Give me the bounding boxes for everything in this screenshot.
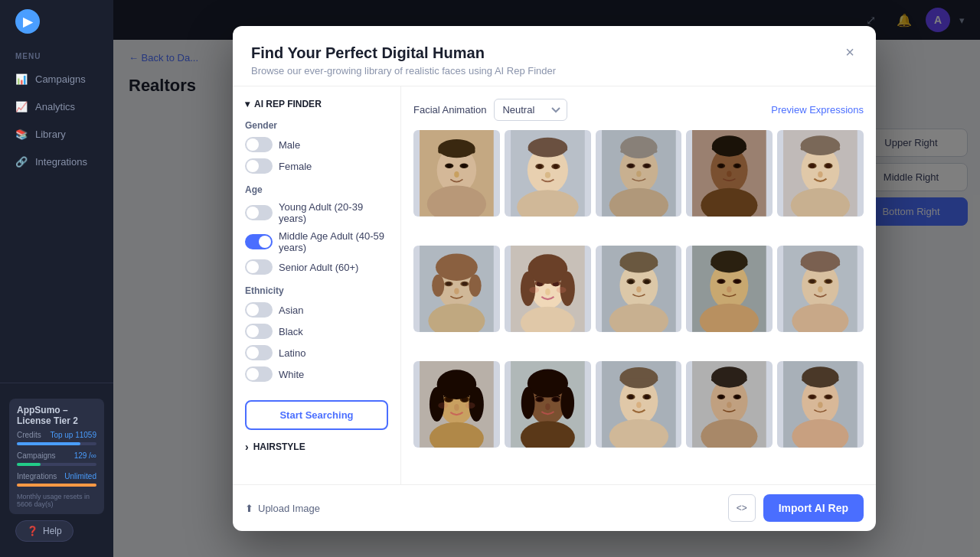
credits-row: Credits Top up 11059	[17, 431, 96, 439]
face-cell-6[interactable]	[413, 246, 500, 332]
face-cell-15[interactable]	[777, 361, 864, 448]
svg-point-146	[711, 366, 747, 387]
asian-toggle-row: Asian	[245, 302, 388, 318]
svg-rect-83	[619, 263, 658, 267]
svg-rect-93	[711, 263, 748, 266]
svg-point-155	[818, 402, 822, 408]
white-toggle[interactable]	[245, 366, 273, 382]
sidebar-item-integrations[interactable]: 🔗 Integrations	[0, 148, 113, 175]
sidebar-item-label-integrations: Integrations	[35, 156, 87, 168]
svg-point-17	[545, 172, 550, 178]
sidebar-item-campaigns[interactable]: 📊 Campaigns	[0, 65, 113, 93]
hairstyle-label: HAIRSTYLE	[253, 441, 305, 452]
svg-rect-157	[802, 379, 838, 382]
ethnicity-label: Ethnicity	[245, 285, 388, 296]
integrations-value: Unlimited	[64, 472, 96, 480]
svg-point-37	[727, 171, 732, 177]
svg-point-16	[553, 164, 557, 169]
filter-section-header[interactable]: ▾ AI REP FINDER	[245, 99, 388, 109]
image-panel: Facial Animation Neutral Happy Sad Surpr…	[401, 86, 876, 484]
svg-point-36	[735, 164, 740, 168]
svg-point-111	[454, 404, 459, 411]
preview-expressions-link[interactable]: Preview Expressions	[771, 104, 864, 116]
svg-point-145	[727, 402, 732, 408]
chevron-down-icon: ▾	[245, 99, 250, 109]
svg-point-136	[619, 367, 658, 388]
help-button[interactable]: ❓ Help	[15, 520, 74, 542]
face-cell-4[interactable]	[686, 130, 773, 217]
svg-point-91	[727, 286, 732, 292]
svg-point-9	[438, 139, 475, 158]
campaigns-row: Campaigns 129 /∞	[17, 451, 96, 460]
senior-toggle[interactable]	[245, 259, 273, 275]
svg-point-89	[719, 279, 724, 283]
face-cell-9[interactable]	[686, 246, 773, 332]
svg-point-134	[644, 395, 649, 399]
black-toggle[interactable]	[245, 324, 273, 339]
campaigns-icon: 📊	[15, 73, 28, 85]
filter-panel: ▾ AI REP FINDER Gender Male Female Age Y…	[233, 86, 401, 484]
svg-point-60	[469, 275, 482, 297]
footer-right: <> Import AI Rep	[728, 494, 864, 522]
svg-point-79	[628, 280, 633, 285]
face-cell-3[interactable]	[596, 130, 682, 217]
import-ai-rep-button[interactable]: Import AI Rep	[763, 494, 864, 522]
middle-age-toggle[interactable]	[245, 234, 273, 249]
svg-point-27	[636, 171, 641, 177]
male-toggle[interactable]	[245, 137, 273, 152]
face-cell-11[interactable]	[413, 361, 500, 448]
sidebar-item-analytics[interactable]: 📈 Analytics	[0, 93, 113, 120]
face-cell-2[interactable]	[505, 130, 591, 217]
white-label: White	[279, 369, 304, 380]
modal-body: ▾ AI REP FINDER Gender Male Female Age Y…	[233, 86, 876, 484]
svg-point-92	[711, 250, 748, 272]
female-toggle[interactable]	[245, 158, 273, 174]
svg-point-156	[802, 366, 838, 387]
face-cell-7[interactable]	[505, 246, 591, 332]
young-adult-toggle-row: Young Adult (20-39 years)	[245, 201, 388, 224]
upload-image-button[interactable]: ⬆ Upload Image	[245, 503, 320, 514]
code-button[interactable]: <>	[728, 494, 756, 522]
latino-toggle[interactable]	[245, 345, 273, 360]
help-label: Help	[43, 526, 62, 536]
svg-point-82	[619, 252, 658, 272]
svg-rect-19	[528, 148, 567, 151]
svg-point-25	[628, 164, 633, 168]
library-icon: 📚	[15, 128, 28, 140]
face-cell-10[interactable]	[777, 246, 864, 332]
modal-title: Find Your Perfect Digital Human	[251, 44, 858, 62]
integrations-progress-bg	[17, 484, 96, 487]
modal-footer: ⬆ Upload Image <> Import AI Rep	[233, 484, 876, 531]
middle-age-label: Middle Age Adult (40-59 years)	[279, 230, 388, 253]
upload-label: Upload Image	[258, 503, 320, 514]
svg-rect-147	[711, 379, 747, 382]
svg-point-47	[818, 171, 822, 178]
svg-point-73	[556, 287, 566, 293]
face-cell-8[interactable]	[596, 246, 682, 332]
hairstyle-header[interactable]: › HAIRSTYLE	[245, 441, 388, 453]
senior-label: Senior Adult (60+)	[279, 262, 358, 273]
start-searching-button[interactable]: Start Searching	[245, 400, 388, 430]
svg-point-59	[432, 275, 444, 297]
svg-point-35	[719, 164, 724, 168]
svg-point-5	[447, 164, 452, 168]
credits-progress-fill	[17, 442, 80, 445]
svg-point-90	[735, 279, 740, 283]
face-cell-12[interactable]	[505, 361, 591, 448]
sidebar-logo: ▶	[0, 0, 113, 43]
sidebar-item-library[interactable]: 📚 Library	[0, 120, 113, 148]
svg-point-124	[545, 403, 550, 410]
svg-point-38	[712, 135, 746, 156]
chevron-right-icon: ›	[245, 441, 249, 453]
young-adult-toggle[interactable]	[245, 205, 273, 220]
face-cell-13[interactable]	[596, 361, 682, 448]
face-cell-5[interactable]	[777, 130, 864, 217]
face-cell-1[interactable]	[413, 130, 500, 217]
modal-close-button[interactable]: ×	[839, 41, 861, 63]
asian-toggle[interactable]	[245, 302, 273, 318]
facial-animation-select[interactable]: Neutral Happy Sad Surprised Angry	[494, 99, 567, 121]
svg-rect-103	[801, 263, 841, 266]
female-label: Female	[279, 161, 312, 172]
face-cell-14[interactable]	[686, 361, 773, 448]
svg-point-26	[644, 164, 649, 168]
